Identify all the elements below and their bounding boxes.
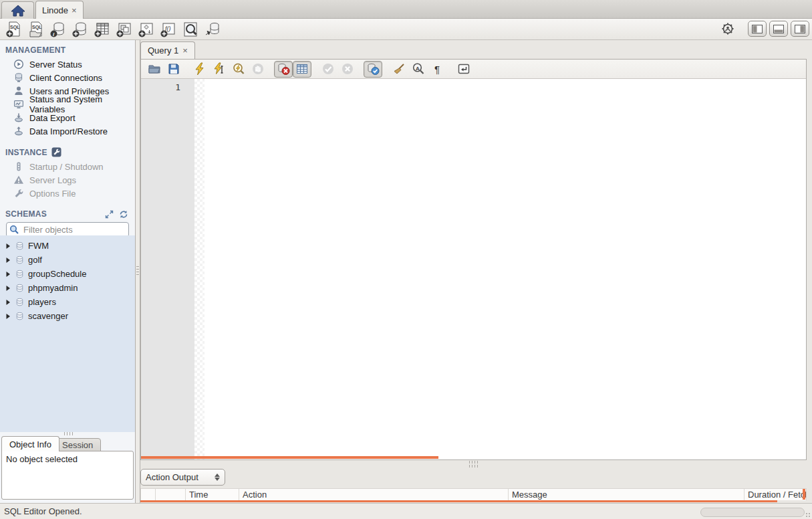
broom-icon <box>392 62 406 76</box>
refresh-schemas-icon[interactable] <box>119 210 128 219</box>
database-icon <box>15 297 25 307</box>
column-header-blank2[interactable] <box>156 489 186 500</box>
horizontal-splitter[interactable] <box>140 460 807 468</box>
status-text: SQL Editor Opened. <box>4 506 82 516</box>
toolbar-right-group <box>718 21 809 37</box>
open-sql-script-button[interactable]: SQL <box>25 20 47 39</box>
schema-row-groupschedule[interactable]: groupSchedule <box>0 267 136 281</box>
item-label: Status and System Variables <box>29 94 135 114</box>
schema-label: phpmyadmin <box>28 283 78 293</box>
find-button[interactable]: A <box>408 60 428 78</box>
preferences-button[interactable] <box>718 21 737 37</box>
toggle-wrap-button[interactable] <box>454 60 473 78</box>
fold-margin <box>194 79 205 459</box>
resize-grip[interactable] <box>805 512 811 518</box>
server-status-icon <box>13 59 24 70</box>
line-number-gutter: 1 <box>141 79 194 459</box>
toggle-right-sidebar-button[interactable] <box>791 21 809 37</box>
new-sql-tab-button[interactable]: SQL <box>3 20 25 39</box>
reconnect-dbms-button[interactable] <box>201 20 223 39</box>
sidebar-item-server-logs[interactable]: Server Logs <box>0 173 135 187</box>
explain-icon <box>232 62 245 76</box>
svg-text:¶: ¶ <box>434 64 440 75</box>
sidebar-splitter-grip[interactable] <box>64 432 73 435</box>
explain-button[interactable] <box>229 60 248 78</box>
home-icon <box>11 5 25 17</box>
stop-hand-icon <box>251 62 265 76</box>
column-header-blank1[interactable] <box>141 489 156 500</box>
instance-section-header: INSTANCE <box>5 147 135 157</box>
execute-button[interactable] <box>190 60 209 78</box>
output-vscrollbar[interactable] <box>803 489 805 500</box>
column-header-action[interactable]: Action <box>239 489 509 500</box>
schema-row-players[interactable]: players <box>0 295 136 309</box>
toggle-stop-on-error-button[interactable] <box>274 61 293 78</box>
output-grid-header: Time Action Message Duration / Fetch <box>140 488 807 500</box>
commit-button[interactable] <box>318 60 337 78</box>
sidebar-item-client-connections[interactable]: Client Connections <box>0 71 135 84</box>
limit-rows-grid-icon <box>295 62 309 76</box>
sidebar-item-startup-shutdown[interactable]: Startup / Shutdown <box>0 160 135 173</box>
create-procedure-button[interactable] <box>135 20 157 39</box>
sidebar-item-server-status[interactable]: Server Status <box>0 58 135 71</box>
output-hscrollbar[interactable] <box>140 500 777 502</box>
execute-current-button[interactable] <box>209 60 229 78</box>
sidebar-item-status-variables[interactable]: Status and System Variables <box>0 98 135 111</box>
close-icon[interactable]: × <box>182 45 188 56</box>
schema-row-golf[interactable]: golf <box>0 253 136 267</box>
find-magnifier-icon: A <box>412 62 425 76</box>
connection-tab-label: Linode <box>42 5 68 15</box>
sidebar-item-options-file[interactable]: Options File <box>0 187 135 200</box>
users-icon <box>13 86 24 96</box>
show-invisibles-button[interactable]: ¶ <box>428 60 447 78</box>
expander-icon[interactable] <box>5 257 11 264</box>
tab-session[interactable]: Session <box>54 438 101 451</box>
code-area[interactable] <box>205 79 806 459</box>
expand-schemas-icon[interactable] <box>105 210 114 219</box>
reconnect-dbms-icon <box>204 21 221 38</box>
save-script-button[interactable] <box>164 60 183 78</box>
toggle-autocommit-button[interactable] <box>364 61 382 78</box>
create-schema-button[interactable] <box>69 20 91 39</box>
schema-inspector-button[interactable]: i <box>47 20 69 39</box>
editor-hscrollbar[interactable] <box>141 456 438 459</box>
schema-filter-input[interactable] <box>22 224 126 235</box>
toggle-limit-rows-button[interactable] <box>293 61 311 78</box>
expander-icon[interactable] <box>5 299 11 306</box>
search-table-data-button[interactable] <box>179 20 201 39</box>
tab-query-1[interactable]: Query 1 × <box>140 41 195 59</box>
open-script-button[interactable] <box>144 60 164 78</box>
create-function-button[interactable]: f() <box>157 20 179 39</box>
sidebar-item-data-import[interactable]: Data Import/Restore <box>0 124 135 138</box>
expander-icon[interactable] <box>5 313 11 320</box>
create-table-button[interactable] <box>91 20 113 39</box>
info-tabbar: Object Info Session <box>0 436 136 451</box>
toggle-left-sidebar-button[interactable] <box>748 21 767 37</box>
column-header-message[interactable]: Message <box>509 489 745 500</box>
create-view-button[interactable] <box>113 20 135 39</box>
tab-home[interactable] <box>1 1 34 19</box>
tab-label: Session <box>62 440 93 450</box>
database-icon <box>15 311 25 321</box>
vertical-splitter[interactable] <box>136 40 140 503</box>
expander-icon[interactable] <box>5 285 11 292</box>
tab-object-info[interactable]: Object Info <box>1 436 59 451</box>
close-icon[interactable]: × <box>72 5 77 15</box>
tab-connection-linode[interactable]: Linode × <box>35 1 84 19</box>
schema-row-scavenger[interactable]: scavenger <box>0 309 136 323</box>
column-header-duration[interactable]: Duration / Fetch <box>745 489 807 500</box>
expander-icon[interactable] <box>5 243 11 249</box>
schema-tree: FWM golf groupSchedule <box>0 235 136 432</box>
schema-row-phpmyadmin[interactable]: phpmyadmin <box>0 281 136 295</box>
beautify-button[interactable] <box>389 60 408 78</box>
stop-button[interactable] <box>248 60 267 78</box>
schema-row-fwm[interactable]: FWM <box>0 239 136 253</box>
sql-editor[interactable]: 1 <box>141 79 806 459</box>
expander-icon[interactable] <box>5 271 11 278</box>
output-selector[interactable]: Action Output <box>140 469 225 486</box>
toggle-bottom-panel-button[interactable] <box>769 21 788 37</box>
client-connections-icon <box>13 72 24 83</box>
column-header-time[interactable]: Time <box>186 489 239 500</box>
schemas-header-actions <box>105 210 128 219</box>
rollback-button[interactable] <box>337 60 357 78</box>
